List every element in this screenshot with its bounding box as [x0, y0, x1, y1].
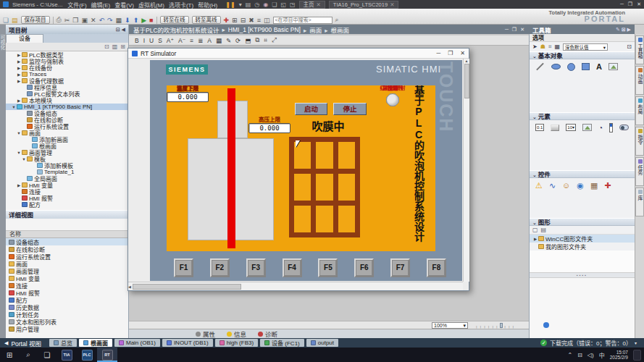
action-center-icon[interactable] [633, 350, 641, 361]
open-editor-tab[interactable]: INOUT (DB1) [162, 339, 213, 347]
close-icon[interactable]: ✕ [317, 1, 321, 8]
tag-icon[interactable]: ⌗ [548, 43, 552, 51]
task-card-tab[interactable]: 布局 [635, 96, 644, 125]
undo-icon[interactable]: ↶ [99, 17, 104, 24]
find-icon[interactable]: ⌕ [335, 16, 339, 24]
detail-row[interactable]: 运行系统设置 [6, 253, 128, 260]
italic-icon[interactable]: I [143, 37, 145, 44]
fill-color-icon[interactable]: ▦ [216, 37, 222, 44]
detail-row[interactable]: 画面管理 [6, 267, 128, 274]
expander-icon[interactable]: ▶ [16, 79, 22, 83]
task-card-tab[interactable]: 库 [635, 188, 644, 216]
print-icon[interactable]: ⎙ [57, 16, 62, 24]
suspend-icon[interactable]: ❚❚ [225, 1, 235, 8]
console-view-icon[interactable]: ❏ [272, 1, 277, 8]
task-card-tab[interactable]: 指令 [635, 127, 644, 156]
detail-row[interactable]: HMI 变量 [6, 274, 128, 282]
function-key[interactable]: F3 [246, 258, 266, 277]
function-key[interactable]: F6 [354, 258, 374, 277]
detail-view-header[interactable]: 详细视图 [6, 210, 128, 219]
expander-icon[interactable]: ▶ [16, 66, 22, 70]
minimize-icon[interactable]: ─ [620, 1, 624, 7]
io-field-icon[interactable]: 0.1 [535, 124, 544, 131]
task-card-tab[interactable]: 工具箱 [635, 35, 644, 64]
tree-item[interactable]: PLC报警文本列表 [6, 90, 128, 97]
tree-item[interactable]: ▶ 本地模块 [6, 97, 128, 104]
button-icon[interactable] [551, 125, 559, 131]
expand-all-icon[interactable]: ⊞ [120, 43, 125, 50]
detail-row[interactable]: 画面 [6, 260, 128, 267]
function-key[interactable]: F5 [318, 258, 338, 277]
delete-icon[interactable]: ✕ [91, 17, 96, 24]
start-button[interactable]: ⊞ [0, 351, 19, 359]
trend-view-icon[interactable]: ∿ [549, 181, 556, 190]
font-size-up-icon[interactable]: A⁺ [167, 37, 174, 44]
bar-icon[interactable] [609, 123, 613, 132]
io-field-value[interactable]: 0.000 [167, 92, 209, 102]
graphics-folder-row[interactable]: 我的图形文件夹 [530, 243, 635, 251]
tree-item[interactable]: ▶ Traces [6, 71, 128, 77]
grid-snap-icon[interactable]: ⌗ [264, 36, 267, 44]
detail-row[interactable]: 配方 [6, 296, 128, 303]
filter-icon[interactable]: ⊡ [104, 43, 109, 50]
close-icon[interactable]: ✕ [637, 1, 641, 7]
expander-icon[interactable]: ▼ [11, 105, 17, 109]
expander-icon[interactable]: ▶ [16, 59, 22, 64]
menu-item[interactable]: 文件(F) [66, 1, 88, 9]
section-elements[interactable]: 元素 [530, 112, 635, 120]
section-controls[interactable]: 控件 [530, 170, 635, 178]
download-icon[interactable]: ⬇ [125, 17, 130, 24]
taskbar-clock[interactable]: 15:07 2025/2/9 [610, 350, 628, 361]
tree-item[interactable]: 根画面 [6, 143, 128, 149]
function-key[interactable]: F4 [283, 258, 302, 277]
vertical-scrollbar[interactable]: ▲ [463, 59, 469, 282]
font-size-down-icon[interactable]: A⁻ [178, 37, 185, 44]
go-offline-button[interactable]: 转至离线 [192, 16, 221, 24]
zoom-slider-knob[interactable] [500, 323, 503, 328]
window-split-icon[interactable]: ⊞ [232, 17, 238, 24]
strikethrough-icon[interactable]: S [158, 37, 162, 44]
close-icon[interactable]: ✕ [460, 50, 465, 56]
upload-icon[interactable]: ⬆ [133, 17, 139, 24]
function-key[interactable]: F8 [427, 258, 446, 277]
detail-row[interactable]: 计划任务 [6, 311, 128, 318]
zoom-slider[interactable]: ╷╷╷╷╷╷╷╷╷╷ [475, 323, 538, 328]
task-card-tab[interactable]: 任务 [635, 157, 644, 186]
line-icon[interactable] [536, 63, 544, 71]
breadcrumb-item[interactable]: 根画面 [322, 25, 349, 34]
open-editor-tab[interactable]: output [306, 339, 338, 347]
justify-icon[interactable]: ≣ [198, 37, 203, 44]
minimize-icon[interactable]: ─ [436, 50, 440, 56]
detail-row[interactable]: 在线和诊断 [6, 245, 128, 253]
expander-icon[interactable]: ▶ [532, 237, 538, 241]
html-browser-icon[interactable]: ◉ [577, 181, 584, 190]
datetime-icon[interactable]: ◔ [598, 124, 603, 132]
style-mode-select[interactable]: 深色默认值▾ [563, 43, 608, 51]
user-view-icon[interactable]: ☺ [562, 181, 570, 190]
tray-expand-icon[interactable]: ⌃ [567, 352, 572, 358]
expander-icon[interactable]: ▶ [16, 183, 22, 188]
copy-icon[interactable]: ❐ [72, 17, 78, 24]
align-icon[interactable]: ≡ [190, 37, 193, 44]
redo-icon[interactable]: ↷ [107, 17, 113, 24]
split-view-icon[interactable]: ◫ [264, 17, 270, 24]
stop-button[interactable]: 停止 [333, 103, 367, 115]
open-editor-tab[interactable]: Main (OB1) [114, 339, 160, 347]
window-icon[interactable]: ⊟ [241, 17, 246, 24]
panel-splitter[interactable]: ▪▪▪▪ [530, 272, 635, 278]
open-editor-tab[interactable]: high (FB3) [215, 339, 258, 347]
ellipse-icon[interactable] [551, 64, 561, 70]
close-all-icon[interactable]: ✖ [248, 17, 254, 24]
underline-icon[interactable]: U [149, 37, 154, 44]
function-key[interactable]: F7 [390, 258, 410, 277]
edit-icon[interactable]: ✎ [226, 37, 231, 44]
open-editor-tab[interactable]: 总览 [49, 339, 77, 347]
expander-icon[interactable]: ▼ [16, 151, 22, 155]
compile-icon[interactable]: ▦ [116, 17, 122, 24]
tab-devices[interactable]: 设备 [6, 34, 43, 43]
alarm-view-icon[interactable]: ⚠ [535, 181, 543, 190]
inspector-tab[interactable]: 信息 [227, 329, 246, 338]
menu-item[interactable]: 帮助(H) [196, 1, 219, 9]
tree-item[interactable]: ▶ 在线备份 [6, 64, 128, 71]
tree-item[interactable]: 全局画面 [6, 175, 128, 182]
